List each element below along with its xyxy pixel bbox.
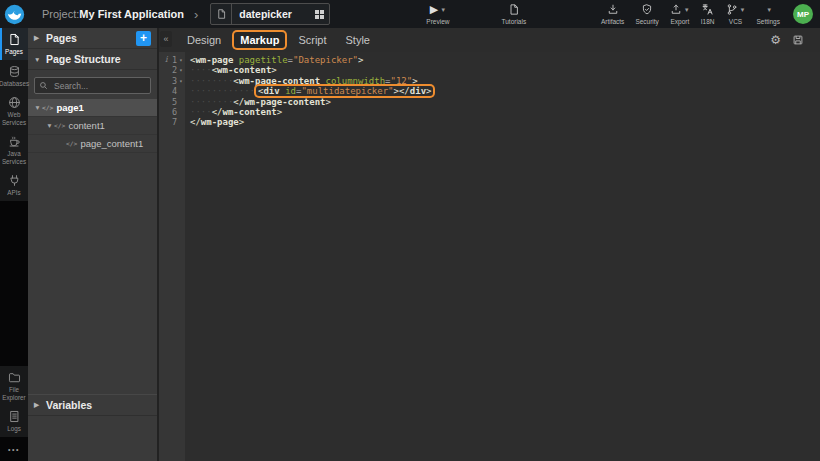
topbar-tool-artifacts[interactable]: Artifacts xyxy=(601,3,624,25)
rail-item-file-explorer[interactable]: File Explorer xyxy=(0,366,28,405)
caret-down-icon[interactable]: ▼ xyxy=(33,104,42,111)
chevron-down-icon[interactable]: ▼ xyxy=(766,7,772,13)
page-structure-label: Page Structure xyxy=(46,53,121,65)
token-tag: wm-content xyxy=(223,107,277,117)
fold-icon[interactable]: ▾ xyxy=(177,55,185,65)
code-line-6[interactable]: ····</wm-content> xyxy=(190,107,820,117)
rail-item-apis[interactable]: APIs xyxy=(0,169,28,201)
rail-item-label: APIs xyxy=(7,189,20,197)
gutter-row: 7 xyxy=(159,117,185,127)
code-line-3[interactable]: ········<wm-page-content columnwidth="12… xyxy=(190,76,820,86)
code-line-2[interactable]: ····<wm-content> xyxy=(190,65,820,75)
tab-script[interactable]: Script xyxy=(292,32,332,48)
more-button[interactable]: ••• xyxy=(0,437,28,461)
search-input[interactable] xyxy=(52,80,146,92)
token-pu: ></ xyxy=(394,86,410,96)
rail-item-label: Databases xyxy=(0,80,29,88)
topbar-tool-settings[interactable]: ▼Settings xyxy=(757,3,781,25)
tutorials-button[interactable]: Tutorials xyxy=(501,3,526,25)
pages-section-header[interactable]: ▶ Pages + xyxy=(28,28,157,49)
rail-item-java-services[interactable]: Java Services xyxy=(0,130,28,169)
code-line-1[interactable]: <wm-page pagetitle="Datepicker"> xyxy=(190,55,820,65)
add-page-button[interactable]: + xyxy=(136,31,151,46)
left-rail: PagesDatabasesWeb ServicesJava ServicesA… xyxy=(0,28,28,461)
caret-down-icon: ▼ xyxy=(34,56,41,63)
topbar: Project:My First Application › datepicke… xyxy=(0,0,820,28)
tree-item-page1[interactable]: ▼</>page1 xyxy=(28,99,157,117)
code-line-7[interactable]: </wm-page> xyxy=(190,117,820,127)
gutter-row: 6 xyxy=(159,107,185,117)
info-marker: i xyxy=(163,55,172,65)
preview-button[interactable]: ▶ ▼ Preview xyxy=(426,3,449,25)
topbar-tools: ArtifactsSecurity▼ExportI18N▼VCS▼Setting… xyxy=(601,3,780,25)
structure-search xyxy=(34,77,151,94)
editor-tabs: DesignMarkupScriptStyle xyxy=(181,32,383,48)
rail-top-group: PagesDatabasesWeb ServicesJava ServicesA… xyxy=(0,28,28,201)
chevron-down-icon[interactable]: ▼ xyxy=(740,7,746,13)
token-tag: div xyxy=(263,86,279,96)
java-services-icon xyxy=(8,135,21,148)
open-page-tab-datepicker[interactable]: datepicker xyxy=(210,3,330,25)
rail-item-databases[interactable]: Databases xyxy=(0,60,28,92)
save-button[interactable] xyxy=(792,34,804,46)
caret-right-icon: ▶ xyxy=(34,34,41,42)
fold-icon[interactable]: ▾ xyxy=(177,76,185,86)
token-tag: wm-page-content xyxy=(239,76,320,86)
variables-section-header[interactable]: ▶ Variables xyxy=(28,394,157,416)
topbar-tool-vcs[interactable]: ▼VCS xyxy=(726,3,746,25)
token-pu: > xyxy=(271,65,276,75)
tab-markup[interactable]: Markup xyxy=(234,32,285,48)
security-icon xyxy=(641,3,653,16)
rail-item-pages[interactable]: Pages xyxy=(0,28,28,60)
token-attr: pagetitle xyxy=(239,55,288,65)
token-tag: wm-page xyxy=(201,117,239,127)
topbar-tool-security[interactable]: Security xyxy=(635,3,658,25)
rail-spacer xyxy=(0,201,28,367)
code-node-icon: </> xyxy=(54,122,65,129)
gutter-row: 2▾ xyxy=(159,65,185,75)
breadcrumb-chevron-icon: › xyxy=(194,8,198,21)
caret-right-icon: ▶ xyxy=(34,401,41,409)
logs-icon xyxy=(8,410,21,423)
token-str: "Datepicker" xyxy=(293,55,358,65)
markup-settings-button[interactable]: ⚙ xyxy=(770,34,781,46)
collapse-panel-button[interactable]: « xyxy=(160,31,172,47)
rail-item-web-services[interactable]: Web Services xyxy=(0,91,28,130)
topbar-tool-export[interactable]: ▼Export xyxy=(670,3,690,25)
code-line-5[interactable]: ········</wm-page-content> xyxy=(190,97,820,107)
markup-code-editor[interactable]: i1▾2▾3▾4567 <wm-page pagetitle="Datepick… xyxy=(159,52,820,461)
tree-item-content1[interactable]: ▼</>content1 xyxy=(28,117,157,135)
token-pu: > xyxy=(426,86,431,96)
tree-item-page_content1[interactable]: </>page_content1 xyxy=(28,135,157,153)
token-pu: > xyxy=(277,107,282,117)
wavemaker-logo-icon[interactable] xyxy=(4,4,25,25)
code-line-4[interactable]: ············<div id="multidatepicker"></… xyxy=(190,86,820,96)
pages-panel: ▶ Pages + ▼ Page Structure ▼</>page1▼</>… xyxy=(28,28,157,461)
databases-icon xyxy=(8,65,21,78)
chevron-down-icon[interactable]: ▼ xyxy=(684,7,690,13)
code-node-icon: </> xyxy=(66,140,77,147)
fold-icon[interactable]: ▾ xyxy=(177,65,185,75)
rail-item-label: Web Services xyxy=(1,111,27,126)
caret-down-icon[interactable]: ▼ xyxy=(45,122,54,129)
gutter-row: 5 xyxy=(159,97,185,107)
rail-item-logs[interactable]: Logs xyxy=(0,405,28,437)
vcs-icon xyxy=(726,3,738,16)
chevron-down-icon[interactable]: ▼ xyxy=(440,7,446,13)
gutter-row: 4 xyxy=(159,86,185,96)
user-avatar[interactable]: MP xyxy=(793,4,813,24)
body: PagesDatabasesWeb ServicesJava ServicesA… xyxy=(0,28,820,461)
token-pu: > xyxy=(325,97,330,107)
page-grid-icon[interactable] xyxy=(315,10,324,19)
page-structure-tree: ▼</>page1▼</>content1</>page_content1 xyxy=(28,99,157,153)
token-pu: > xyxy=(412,76,417,86)
tab-style[interactable]: Style xyxy=(340,32,376,48)
panel-spacer xyxy=(28,153,157,394)
indent-dots: ···· xyxy=(190,65,212,75)
tab-design[interactable]: Design xyxy=(181,32,227,48)
tree-item-label: content1 xyxy=(68,120,104,131)
page-structure-header[interactable]: ▼ Page Structure xyxy=(28,49,157,70)
line-number: 7 xyxy=(172,117,177,127)
page-tab-name: datepicker xyxy=(232,8,315,20)
topbar-tool-i18n[interactable]: I18N xyxy=(701,3,715,25)
